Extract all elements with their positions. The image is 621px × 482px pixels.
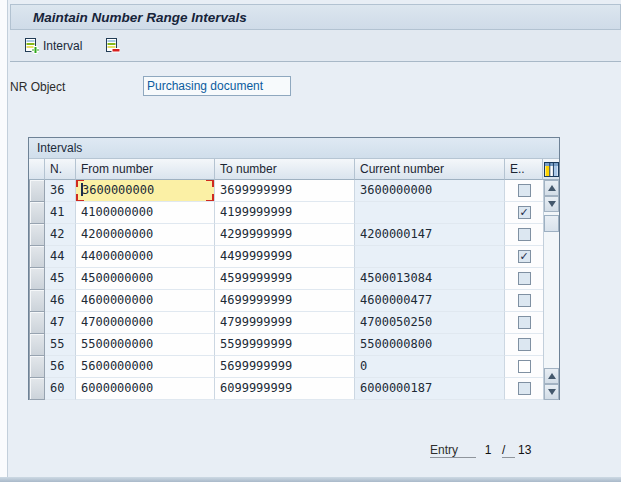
cell-n: 45	[45, 268, 76, 290]
vertical-scrollbar[interactable]	[543, 180, 559, 400]
row-selector-button[interactable]	[29, 334, 45, 356]
table-rows: 36 3600000000 3699999999 3600000000 41 4…	[29, 180, 543, 400]
cell-current-number	[355, 246, 505, 268]
external-checkbox[interactable]	[518, 272, 531, 285]
table-body: 36 3600000000 3699999999 3600000000 41 4…	[29, 180, 559, 400]
scrollbar-thumb[interactable]	[544, 215, 559, 232]
cell-to-number[interactable]: 4699999999	[215, 290, 355, 312]
row-selector-button[interactable]	[29, 224, 45, 246]
nr-object-label: NR Object	[10, 80, 65, 94]
table-row: 55 5500000000 5599999999 5500000800	[29, 334, 543, 356]
cell-n: 47	[45, 312, 76, 334]
cell-from-number[interactable]: 4200000000	[76, 224, 215, 246]
external-checkbox[interactable]	[518, 250, 531, 263]
cell-n: 44	[45, 246, 76, 268]
row-selector-button[interactable]	[29, 290, 45, 312]
cell-current-number: 3600000000	[355, 180, 505, 202]
delete-interval-icon	[104, 38, 120, 54]
cell-n: 42	[45, 224, 76, 246]
scroll-up-button[interactable]	[544, 180, 559, 196]
cell-to-number[interactable]: 4799999999	[215, 312, 355, 334]
cell-from-number[interactable]: 4400000000	[76, 246, 215, 268]
cell-external-flag	[505, 334, 543, 356]
external-checkbox[interactable]	[518, 184, 531, 197]
cell-external-flag	[505, 180, 543, 202]
cell-current-number: 4600000477	[355, 290, 505, 312]
table-config-icon[interactable]	[544, 162, 559, 177]
cell-to-number[interactable]: 3699999999	[215, 180, 355, 202]
cell-current-number: 6000000187	[355, 378, 505, 400]
intervals-panel: Intervals N. From number To number Curre…	[28, 137, 560, 400]
entry-current-value[interactable]: 1	[480, 443, 496, 457]
row-selector-button[interactable]	[29, 312, 45, 334]
header-from-number[interactable]: From number	[76, 159, 215, 180]
cell-to-number[interactable]: 4199999999	[215, 202, 355, 224]
cell-to-number[interactable]: 5599999999	[215, 334, 355, 356]
external-checkbox[interactable]	[518, 360, 531, 373]
cell-external-flag	[505, 378, 543, 400]
cell-from-number[interactable]: 5600000000	[76, 356, 215, 378]
nr-object-field[interactable]: Purchasing document	[143, 76, 291, 96]
external-checkbox[interactable]	[518, 338, 531, 351]
header-n: N.	[45, 159, 76, 180]
triangle-up-icon	[548, 373, 556, 379]
cell-external-flag	[505, 268, 543, 290]
cell-to-number[interactable]: 4499999999	[215, 246, 355, 268]
external-checkbox[interactable]	[518, 228, 531, 241]
page-up-button[interactable]	[544, 368, 559, 384]
external-checkbox[interactable]	[518, 316, 531, 329]
cell-n: 60	[45, 378, 76, 400]
triangle-down-icon	[548, 389, 556, 395]
nr-object-value: Purchasing document	[147, 79, 263, 93]
cell-current-number: 4700050250	[355, 312, 505, 334]
table-row: 41 4100000000 4199999999	[29, 202, 543, 224]
row-selector-button[interactable]	[29, 180, 45, 202]
row-selector-button[interactable]	[29, 356, 45, 378]
nr-object-row: NR Object Purchasing document	[10, 76, 610, 98]
cell-n: 36	[45, 180, 76, 202]
interval-button[interactable]: Interval	[18, 35, 87, 57]
table-row: 60 6000000000 6099999999 6000000187	[29, 378, 543, 400]
cell-n: 41	[45, 202, 76, 224]
header-current-number[interactable]: Current number	[355, 159, 505, 180]
insert-interval-icon	[23, 38, 39, 54]
cell-external-flag	[505, 224, 543, 246]
entry-counter: Entry 1 / 13	[430, 443, 531, 458]
cell-from-number[interactable]: 4700000000	[76, 312, 215, 334]
cell-from-number[interactable]: 3600000000	[76, 180, 215, 202]
cell-to-number[interactable]: 4599999999	[215, 268, 355, 290]
cell-from-number[interactable]: 6000000000	[76, 378, 215, 400]
cell-to-number[interactable]: 4299999999	[215, 224, 355, 246]
cell-external-flag	[505, 356, 543, 378]
triangle-up-icon	[548, 185, 556, 191]
entry-separator: /	[502, 443, 515, 458]
row-selector-button[interactable]	[29, 246, 45, 268]
page-down-button[interactable]	[544, 384, 559, 400]
table-row: 47 4700000000 4799999999 4700050250	[29, 312, 543, 334]
cell-current-number: 4200000147	[355, 224, 505, 246]
external-checkbox[interactable]	[518, 382, 531, 395]
table-row: 44 4400000000 4499999999	[29, 246, 543, 268]
cell-from-number[interactable]: 4600000000	[76, 290, 215, 312]
delete-interval-button[interactable]	[99, 35, 125, 57]
cell-from-number[interactable]: 4100000000	[76, 202, 215, 224]
row-selector-button[interactable]	[29, 268, 45, 290]
row-selector-button[interactable]	[29, 378, 45, 400]
cell-current-number: 4500013084	[355, 268, 505, 290]
external-checkbox[interactable]	[518, 294, 531, 307]
cell-to-number[interactable]: 5699999999	[215, 356, 355, 378]
cell-from-number[interactable]: 5500000000	[76, 334, 215, 356]
window-left-edge	[0, 0, 8, 482]
header-to-number[interactable]: To number	[215, 159, 355, 180]
scroll-down-button[interactable]	[544, 196, 559, 212]
page-title: Maintain Number Range Intervals	[33, 10, 247, 25]
cell-from-number[interactable]: 4500000000	[76, 268, 215, 290]
table-header-row: N. From number To number Current number …	[29, 159, 559, 180]
cell-to-number[interactable]: 6099999999	[215, 378, 355, 400]
interval-button-label: Interval	[43, 39, 82, 53]
header-external-flag[interactable]: E..	[505, 159, 543, 180]
table-row: 46 4600000000 4699999999 4600000477	[29, 290, 543, 312]
scrollbar-track[interactable]	[544, 232, 559, 368]
row-selector-button[interactable]	[29, 202, 45, 224]
external-checkbox[interactable]	[518, 206, 531, 219]
